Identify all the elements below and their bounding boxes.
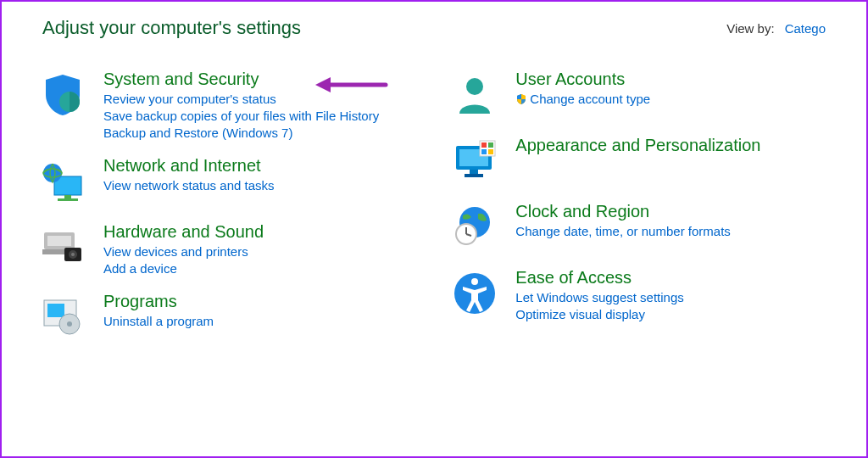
category-title-programs[interactable]: Programs — [103, 292, 177, 311]
category-title-network-internet[interactable]: Network and Internet — [103, 156, 261, 176]
category-title-user-accounts[interactable]: User Accounts — [515, 70, 625, 89]
category-title-ease-of-access[interactable]: Ease of Access — [515, 268, 632, 288]
svg-rect-23 — [488, 142, 493, 148]
svg-rect-7 — [47, 236, 71, 246]
category-title-hardware-sound[interactable]: Hardware and Sound — [103, 222, 264, 242]
link-file-history[interactable]: Save backup copies of your files with Fi… — [103, 109, 379, 123]
accessibility-icon — [448, 266, 502, 321]
svg-point-15 — [67, 321, 72, 327]
link-suggest-settings[interactable]: Let Windows suggest settings — [515, 290, 683, 304]
network-icon — [36, 154, 90, 209]
link-add-device[interactable]: Add a device — [103, 261, 264, 276]
hardware-icon — [36, 221, 90, 275]
svg-rect-22 — [481, 142, 487, 148]
link-network-status[interactable]: View network status and tasks — [103, 178, 275, 193]
shield-icon — [36, 68, 90, 122]
appearance-icon — [448, 134, 502, 188]
link-change-account-type-text: Change account type — [530, 92, 650, 106]
category-network-internet: Network and Internet View network status… — [36, 154, 439, 209]
category-title-appearance[interactable]: Appearance and Personalization — [515, 136, 760, 155]
category-programs: Programs Uninstall a program — [36, 290, 439, 344]
view-by-label: View by: — [726, 21, 774, 36]
user-icon — [448, 68, 502, 122]
programs-icon — [36, 290, 90, 344]
page-title: Adjust your computer's settings — [42, 17, 301, 39]
category-title-clock-region[interactable]: Clock and Region — [515, 202, 649, 221]
category-ease-of-access: Ease of Access Let Windows suggest setti… — [448, 266, 832, 324]
link-backup-restore[interactable]: Backup and Restore (Windows 7) — [103, 126, 379, 140]
link-devices-printers[interactable]: View devices and printers — [103, 244, 264, 259]
view-by-value[interactable]: Catego — [785, 21, 826, 36]
svg-rect-25 — [488, 149, 493, 154]
svg-point-31 — [471, 278, 478, 285]
svg-rect-19 — [470, 170, 478, 174]
link-date-time-formats[interactable]: Change date, time, or number formats — [515, 224, 730, 238]
svg-rect-20 — [465, 174, 483, 177]
svg-rect-3 — [58, 198, 78, 201]
svg-rect-13 — [47, 304, 64, 317]
category-appearance: Appearance and Personalization — [448, 134, 832, 188]
svg-rect-24 — [481, 149, 487, 154]
link-uninstall-program[interactable]: Uninstall a program — [103, 314, 214, 328]
link-change-account-type[interactable]: Change account type — [515, 92, 650, 108]
category-title-system-security[interactable]: System and Security — [103, 70, 259, 89]
view-by-selector: View by: Catego — [726, 21, 826, 36]
category-hardware-sound: Hardware and Sound View devices and prin… — [36, 221, 439, 278]
category-system-security: System and Security Review your computer… — [36, 68, 439, 142]
svg-point-4 — [43, 164, 62, 182]
svg-point-11 — [71, 253, 75, 256]
link-review-status[interactable]: Review your computer's status — [103, 92, 379, 106]
clock-region-icon — [448, 200, 502, 254]
svg-point-16 — [466, 78, 483, 95]
category-clock-region: Clock and Region Change date, time, or n… — [448, 200, 832, 254]
link-optimize-display[interactable]: Optimize visual display — [515, 307, 683, 321]
svg-rect-2 — [64, 195, 71, 198]
category-user-accounts: User Accounts Change account type — [448, 68, 832, 122]
uac-shield-icon — [515, 93, 527, 108]
